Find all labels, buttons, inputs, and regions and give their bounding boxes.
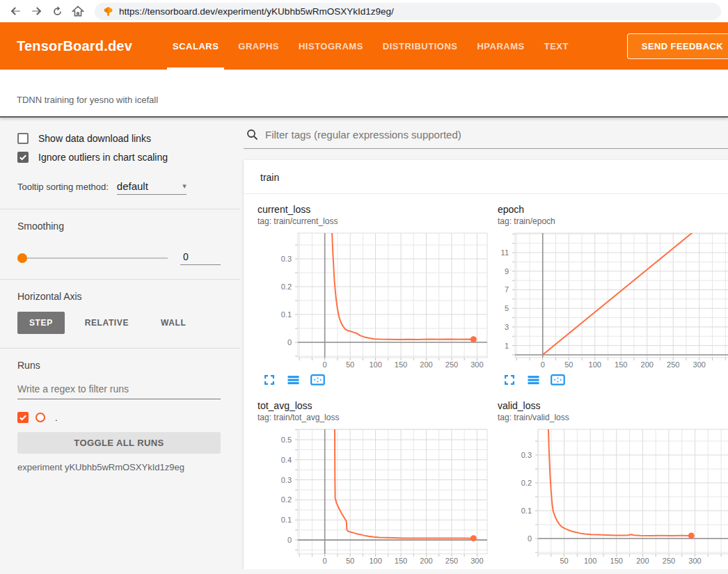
svg-text:0.2: 0.2 <box>281 495 292 504</box>
chart-tag: tag: train/current_loss <box>258 216 491 226</box>
tab-distributions[interactable]: DISTRIBUTIONS <box>373 22 468 70</box>
svg-text:50: 50 <box>346 557 354 565</box>
settings-sidebar: Show data download links Ignore outliers… <box>0 118 240 569</box>
svg-text:0.3: 0.3 <box>521 451 532 459</box>
tooltip-sorting-dropdown[interactable]: default ▾ <box>117 180 187 195</box>
show-download-checkbox[interactable] <box>17 133 29 144</box>
svg-text:200: 200 <box>636 557 649 565</box>
tooltip-sorting-row: Tooltip sorting method: default ▾ <box>17 180 221 195</box>
experiment-id: experiment yKUbhb5wRmOSXYkId1z9eg <box>17 462 221 472</box>
chart-actions <box>263 374 491 388</box>
fit-domain-icon[interactable] <box>551 374 564 388</box>
top-nav: SCALARS GRAPHS HISTOGRAMS DISTRIBUTIONS … <box>163 22 578 70</box>
smoothing-value[interactable]: 0 <box>180 251 221 265</box>
ignore-outliers-row[interactable]: Ignore outliers in chart scaling <box>17 152 221 163</box>
reload-icon[interactable] <box>49 3 65 19</box>
checkmark-icon <box>19 153 27 161</box>
run-row[interactable]: . <box>17 412 221 423</box>
chart-tag: tag: train/tot_avg_loss <box>258 413 491 422</box>
show-download-label: Show data download links <box>38 133 151 144</box>
app-logo[interactable]: TensorBoard.dev <box>17 38 132 54</box>
toggle-all-runs-button[interactable]: TOGGLE ALL RUNS <box>17 432 221 454</box>
svg-text:0: 0 <box>323 360 327 369</box>
tab-hparams[interactable]: HPARAMS <box>467 22 534 70</box>
axis-wall-button[interactable]: WALL <box>149 312 198 334</box>
svg-text:250: 250 <box>445 360 458 369</box>
runs-filter-input[interactable] <box>17 381 221 399</box>
chart-plot-tot_avg_loss[interactable]: 05010015020025030000.10.20.30.40.5 <box>251 425 491 567</box>
runs-section: Runs . TOGGLE ALL RUNS experiment yKUbhb… <box>0 348 240 486</box>
show-download-row[interactable]: Show data download links <box>17 133 221 144</box>
send-feedback-button[interactable]: SEND FEEDBACK <box>627 33 728 59</box>
horizontal-axis-label: Horizontal Axis <box>17 291 221 302</box>
address-bar[interactable]: https://tensorboard.dev/experiment/yKUbh… <box>95 3 721 20</box>
chart-plot-epoch[interactable]: 0501001502002503001357911 <box>491 229 728 371</box>
charts-grid: current_losstag: train/current_loss05010… <box>244 194 728 569</box>
svg-text:100: 100 <box>589 360 601 369</box>
fit-domain-icon[interactable] <box>310 374 324 388</box>
forward-icon[interactable] <box>28 3 45 19</box>
svg-text:150: 150 <box>395 360 407 369</box>
ignore-outliers-label: Ignore outliers in chart scaling <box>38 152 168 163</box>
chart-plot-valid_loss[interactable]: 5010015020025030000.10.20.3 <box>491 425 728 567</box>
home-icon[interactable] <box>70 3 86 19</box>
smoothing-slider[interactable] <box>17 253 168 263</box>
slider-thumb[interactable] <box>17 253 27 263</box>
browser-chrome: https://tensorboard.dev/experiment/yKUbh… <box>0 0 728 22</box>
slider-track <box>17 257 168 259</box>
tensorboard-favicon <box>103 6 113 17</box>
chart-plot-current_loss[interactable]: 05010015020025030000.10.20.3 <box>251 229 491 371</box>
expand-chart-icon[interactable] <box>263 374 277 388</box>
svg-text:3: 3 <box>505 323 509 331</box>
experiment-title: TDNN training for yesno with icefall <box>17 95 728 105</box>
tab-graphs[interactable]: GRAPHS <box>228 22 289 70</box>
run-name: . <box>55 413 58 423</box>
svg-text:150: 150 <box>615 360 627 369</box>
section-header-train[interactable]: train <box>244 160 728 194</box>
svg-text:300: 300 <box>688 557 701 565</box>
chart-title: epoch <box>498 204 728 215</box>
run-checkbox[interactable] <box>17 412 29 423</box>
tab-text[interactable]: TEXT <box>535 22 578 70</box>
train-card: train current_losstag: train/current_los… <box>244 160 728 569</box>
ignore-outliers-checkbox[interactable] <box>17 152 29 163</box>
svg-text:5: 5 <box>505 304 509 312</box>
svg-text:250: 250 <box>445 557 458 565</box>
svg-text:300: 300 <box>693 360 706 369</box>
chart-valid_loss: valid_losstag: train/valid_loss501001502… <box>491 400 728 569</box>
filter-tags-input[interactable] <box>265 129 728 141</box>
axis-relative-button[interactable]: RELATIVE <box>73 312 141 334</box>
svg-text:0: 0 <box>541 360 545 369</box>
svg-text:250: 250 <box>667 360 679 369</box>
experiment-bar: TDNN training for yesno with icefall <box>0 70 728 118</box>
chart-title: valid_loss <box>498 400 728 411</box>
expand-chart-icon[interactable] <box>503 374 517 388</box>
svg-text:0.4: 0.4 <box>281 456 292 464</box>
svg-text:11: 11 <box>501 248 509 257</box>
smoothing-section: Smoothing 0 <box>0 209 240 279</box>
tab-scalars[interactable]: SCALARS <box>163 22 228 70</box>
svg-text:0.3: 0.3 <box>281 476 292 484</box>
run-color-swatch[interactable] <box>35 413 45 422</box>
axis-step-button[interactable]: STEP <box>17 312 65 334</box>
runs-selector-icon[interactable] <box>287 374 301 388</box>
svg-text:1: 1 <box>505 342 509 350</box>
svg-text:0: 0 <box>528 534 532 543</box>
smoothing-label: Smoothing <box>17 221 221 232</box>
svg-text:50: 50 <box>564 360 573 369</box>
svg-text:0: 0 <box>323 557 327 565</box>
svg-text:150: 150 <box>395 557 407 565</box>
svg-text:0.5: 0.5 <box>281 436 292 444</box>
tab-histograms[interactable]: HISTOGRAMS <box>289 22 373 70</box>
back-icon[interactable] <box>7 3 24 19</box>
svg-text:9: 9 <box>505 267 509 276</box>
svg-text:50: 50 <box>346 360 354 369</box>
tooltip-sorting-label: Tooltip sorting method: <box>17 182 109 192</box>
app-header: TensorBoard.dev SCALARS GRAPHS HISTOGRAM… <box>0 22 728 70</box>
runs-selector-icon[interactable] <box>527 374 541 388</box>
runs-label: Runs <box>17 360 221 371</box>
chart-title: current_loss <box>258 204 491 215</box>
filter-tags-row <box>244 122 728 149</box>
svg-text:200: 200 <box>420 360 432 369</box>
chart-title: tot_avg_loss <box>258 400 491 411</box>
